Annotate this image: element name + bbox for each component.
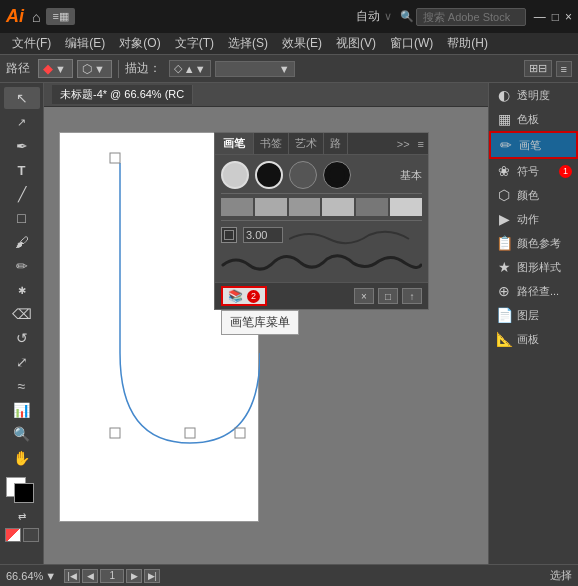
stroke-selector[interactable]: ◆ ▼ (38, 59, 73, 78)
stroke-color-icon: ◆ (43, 61, 53, 76)
zoom-dropdown-icon[interactable]: ▼ (45, 570, 56, 582)
title-bar: Ai ⌂ ≡▦ 自动 ∨ 🔍 — □ × (0, 0, 578, 33)
maximize-button[interactable]: □ (552, 10, 559, 24)
menu-edit[interactable]: 编辑(E) (59, 35, 111, 52)
blob-brush-tool[interactable]: ✱ (4, 279, 40, 301)
tab-brush[interactable]: 画笔 (215, 133, 254, 154)
minimize-button[interactable]: — (534, 10, 546, 24)
basic-label: 基本 (400, 168, 422, 183)
graph-tool[interactable]: 📊 (4, 399, 40, 421)
brush-swatch-empty[interactable] (221, 161, 249, 189)
eraser-tool[interactable]: ⌫ (4, 303, 40, 325)
nav-last[interactable]: ▶| (144, 569, 160, 583)
close-button[interactable]: × (565, 10, 572, 24)
panel-color[interactable]: ⬡ 颜色 (489, 183, 578, 207)
brush-swatch-grey[interactable] (289, 161, 317, 189)
zoom-display: 66.64% ▼ (6, 570, 56, 582)
color-label: 颜色 (517, 188, 539, 203)
transparency-icon: ◐ (495, 87, 513, 103)
nav-next[interactable]: ▶ (126, 569, 142, 583)
panel-pathfinder[interactable]: ⊕ 路径查... (489, 279, 578, 303)
search-icon: 🔍 (400, 10, 414, 23)
menu-window[interactable]: 窗口(W) (384, 35, 439, 52)
menu-bar: 文件(F) 编辑(E) 对象(O) 文字(T) 选择(S) 效果(E) 视图(V… (0, 33, 578, 55)
menu-effect[interactable]: 效果(E) (276, 35, 328, 52)
auto-label: 自动 (356, 8, 380, 25)
panel-swatches[interactable]: ▦ 色板 (489, 107, 578, 131)
zoom-value: 66.64% (6, 570, 43, 582)
panel-action[interactable]: ▶ 动作 (489, 207, 578, 231)
canvas-tab-bar: 未标题-4* @ 66.64% (RC (44, 83, 488, 107)
layout-icon[interactable]: ≡▦ (46, 8, 74, 25)
nav-prev[interactable]: ◀ (82, 569, 98, 583)
transparency-label: 透明度 (517, 88, 550, 103)
brush-size-row (215, 221, 428, 249)
pencil-tool[interactable]: ✏ (4, 255, 40, 277)
footer-delete-btn[interactable]: × (354, 288, 374, 304)
panel-layout-btn[interactable]: ⊞⊟ (524, 60, 552, 77)
stroke-dropdown[interactable]: ▼ (215, 61, 295, 77)
panel-menu[interactable]: ≡ (414, 133, 428, 154)
menu-object[interactable]: 对象(O) (113, 35, 166, 52)
zoom-tool[interactable]: 🔍 (4, 423, 40, 445)
path-label: 路径 (6, 60, 30, 77)
tab-path[interactable]: 路 (324, 133, 348, 154)
shape-tool[interactable]: □ (4, 207, 40, 229)
mode-buttons (5, 528, 39, 542)
panel-more[interactable]: >> (393, 133, 414, 154)
color-swatches[interactable] (4, 477, 40, 507)
brush-lib-tooltip: 画笔库菜单 (221, 310, 299, 335)
menu-text[interactable]: 文字(T) (169, 35, 220, 52)
direct-select-tool[interactable]: ↗ (4, 111, 40, 133)
line-tool[interactable]: ╱ (4, 183, 40, 205)
brush-lib-button[interactable]: 📚 2 (221, 286, 267, 306)
brush-selector[interactable]: ⬡ ▼ (77, 60, 112, 78)
stroke-label: 描边： (125, 60, 161, 77)
window-controls: — □ × (534, 10, 572, 24)
panel-graphic-style[interactable]: ★ 图形样式 (489, 255, 578, 279)
panel-transparency[interactable]: ◐ 透明度 (489, 83, 578, 107)
menu-file[interactable]: 文件(F) (6, 35, 57, 52)
rotate-tool[interactable]: ↺ (4, 327, 40, 349)
panel-arrange-btn[interactable]: ≡ (556, 61, 572, 77)
badge-2: 2 (247, 290, 260, 303)
panel-symbol[interactable]: ❀ 符号 1 (489, 159, 578, 183)
search-input[interactable] (416, 8, 526, 26)
screen-mode[interactable] (23, 528, 39, 542)
footer-new-btn[interactable]: □ (378, 288, 398, 304)
wavy-svg (221, 251, 422, 273)
select-tool[interactable]: ↖ (4, 87, 40, 109)
action-label: 动作 (517, 212, 539, 227)
footer-up-btn[interactable]: ↑ (402, 288, 422, 304)
panel-color-ref[interactable]: 📋 颜色参考 (489, 231, 578, 255)
tab-bookmark[interactable]: 书签 (254, 133, 289, 154)
artboard-label: 画板 (517, 332, 539, 347)
panel-layers[interactable]: 📄 图层 (489, 303, 578, 327)
panel-brush[interactable]: ✏ 画笔 (489, 131, 578, 159)
brush-tool[interactable]: 🖌 (4, 231, 40, 253)
swatches-icon: ▦ (495, 111, 513, 127)
panel-artboard[interactable]: 📐 画板 (489, 327, 578, 351)
menu-view[interactable]: 视图(V) (330, 35, 382, 52)
canvas-tab[interactable]: 未标题-4* @ 66.64% (RC (52, 85, 193, 104)
stroke-fill-swap[interactable]: ⇄ (18, 511, 26, 522)
hand-tool[interactable]: ✋ (4, 447, 40, 469)
brush-swatch-dark[interactable] (323, 161, 351, 189)
normal-mode[interactable] (5, 528, 21, 542)
stroke-weight[interactable]: ◇ ▲▼ (169, 60, 211, 77)
brush-size-input[interactable] (243, 227, 283, 243)
warp-tool[interactable]: ≈ (4, 375, 40, 397)
status-bar: 66.64% ▼ |◀ ◀ ▶ ▶| 选择 (0, 564, 578, 586)
page-nav: |◀ ◀ ▶ ▶| (64, 569, 160, 583)
type-tool[interactable]: T (4, 159, 40, 181)
tab-art[interactable]: 艺术 (289, 133, 324, 154)
page-input[interactable] (100, 569, 124, 583)
brush-swatch-circle[interactable] (255, 161, 283, 189)
layers-icon: 📄 (495, 307, 513, 323)
menu-help[interactable]: 帮助(H) (441, 35, 494, 52)
menu-select[interactable]: 选择(S) (222, 35, 274, 52)
nav-first[interactable]: |◀ (64, 569, 80, 583)
home-icon[interactable]: ⌂ (32, 9, 40, 25)
pen-tool[interactable]: ✒ (4, 135, 40, 157)
scale-tool[interactable]: ⤢ (4, 351, 40, 373)
